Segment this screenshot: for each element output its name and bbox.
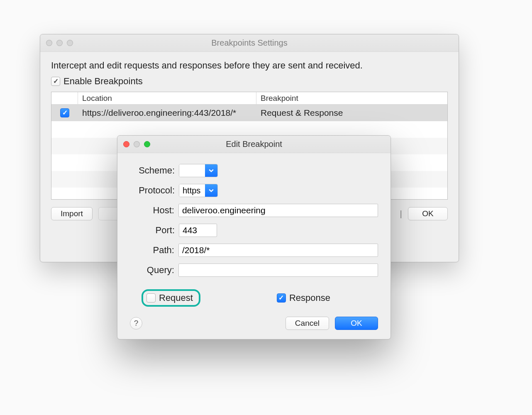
window-title: Breakpoints Settings [40,38,459,48]
request-checkbox[interactable] [146,293,156,303]
help-button[interactable]: ? [130,317,142,330]
cancel-button[interactable]: Cancel [286,317,329,330]
port-input[interactable] [179,224,217,237]
protocol-label: Protocol: [130,185,179,196]
path-input[interactable] [178,244,378,257]
chevron-down-icon[interactable] [205,184,217,197]
row-breakpoint: Request & Response [256,108,447,118]
dialog-title: Edit Breakpoint [117,139,390,149]
host-label: Host: [130,205,178,216]
intro-text: Intercept and edit requests and response… [51,60,448,71]
titlebar: Breakpoints Settings [40,34,459,52]
row-enable-checkbox[interactable] [60,108,69,117]
protocol-combobox[interactable] [179,184,218,197]
response-checkbox[interactable] [277,293,286,303]
col-location[interactable]: Location [78,92,256,104]
enable-breakpoints-checkbox[interactable] [51,77,60,86]
edit-breakpoint-dialog: Edit Breakpoint Scheme: Protocol: [117,135,391,339]
truncated-button[interactable] [98,207,120,220]
ok-button[interactable]: OK [335,317,378,330]
request-highlight: Request [142,289,200,307]
ok-button[interactable]: OK [408,207,448,220]
request-label: Request [159,293,193,303]
titlebar: Edit Breakpoint [117,136,390,153]
host-input[interactable] [178,204,378,217]
row-location: https://deliveroo.engineering:443/2018/* [78,108,256,118]
query-input[interactable] [178,264,378,277]
protocol-input[interactable] [179,184,205,197]
query-label: Query: [130,265,178,276]
chevron-down-icon[interactable] [205,164,217,177]
scheme-label: Scheme: [130,165,179,176]
response-label: Response [289,293,330,303]
import-button[interactable]: Import [51,207,93,220]
port-label: Port: [130,225,179,236]
enable-breakpoints-label: Enable Breakpoints [63,76,143,87]
col-breakpoint[interactable]: Breakpoint [256,92,447,104]
scheme-input[interactable] [179,164,205,177]
scheme-combobox[interactable] [179,164,218,177]
path-label: Path: [130,245,178,256]
table-row[interactable]: https://deliveroo.engineering:443/2018/*… [51,105,447,121]
